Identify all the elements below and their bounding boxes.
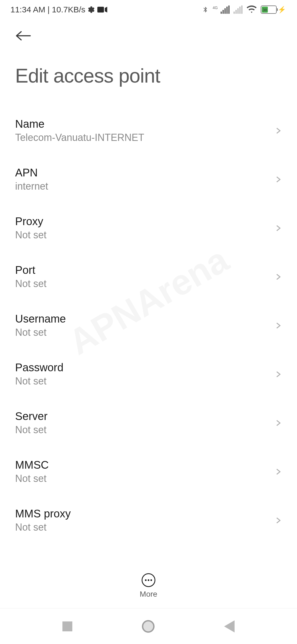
setting-label: Name bbox=[15, 118, 144, 130]
status-data-rate: 10.7KB/s bbox=[52, 5, 86, 14]
gear-icon bbox=[87, 6, 95, 13]
chevron-right-icon bbox=[274, 176, 282, 183]
status-left: 11:34 AM | 10.7KB/s bbox=[10, 5, 107, 14]
chevron-right-icon bbox=[274, 468, 282, 476]
setting-item-username[interactable]: Username Not set bbox=[0, 301, 297, 350]
setting-item-proxy[interactable]: Proxy Not set bbox=[0, 204, 297, 252]
nav-home-icon[interactable] bbox=[142, 620, 155, 633]
setting-value: internet bbox=[15, 181, 48, 192]
setting-value: Not set bbox=[15, 375, 64, 387]
battery-icon: 38 bbox=[261, 6, 277, 14]
setting-item-name[interactable]: Name Telecom-Vanuatu-INTERNET bbox=[0, 106, 297, 155]
battery-container: 38 ⚡ bbox=[261, 6, 286, 14]
setting-label: APN bbox=[15, 167, 48, 179]
setting-item-mms-proxy[interactable]: MMS proxy Not set bbox=[0, 496, 297, 545]
signal-4g-label: 4G bbox=[213, 6, 218, 10]
setting-value: Not set bbox=[15, 424, 48, 436]
header bbox=[0, 19, 297, 48]
setting-label: Proxy bbox=[15, 215, 46, 228]
status-time: 11:34 AM bbox=[10, 5, 45, 14]
setting-value: Telecom-Vanuatu-INTERNET bbox=[15, 132, 144, 143]
nav-bar bbox=[0, 608, 297, 644]
wifi-icon bbox=[246, 6, 257, 14]
setting-label: MMS proxy bbox=[15, 507, 71, 520]
chevron-right-icon bbox=[274, 370, 282, 378]
chevron-right-icon bbox=[274, 517, 282, 524]
more-label: More bbox=[140, 590, 157, 599]
nav-recent-icon[interactable] bbox=[62, 621, 72, 631]
setting-label: Password bbox=[15, 361, 64, 374]
charge-icon: ⚡ bbox=[278, 6, 286, 13]
chevron-right-icon bbox=[274, 224, 282, 232]
bluetooth-icon bbox=[202, 5, 209, 14]
chevron-right-icon bbox=[274, 419, 282, 427]
setting-value: Not set bbox=[15, 327, 66, 338]
setting-value: Not set bbox=[15, 522, 71, 533]
setting-item-mmsc[interactable]: MMSC Not set bbox=[0, 447, 297, 496]
setting-label: Server bbox=[15, 410, 48, 422]
chevron-right-icon bbox=[274, 322, 282, 329]
battery-percent: 38 bbox=[262, 7, 268, 13]
setting-label: MMSC bbox=[15, 459, 49, 471]
setting-item-server[interactable]: Server Not set bbox=[0, 399, 297, 447]
status-bar: 11:34 AM | 10.7KB/s 4G bbox=[0, 0, 297, 19]
status-right: 4G 38 ⚡ bbox=[202, 5, 286, 14]
status-separator: | bbox=[48, 5, 50, 14]
chevron-right-icon bbox=[274, 273, 282, 281]
setting-value: Not set bbox=[15, 278, 46, 290]
page-title: Edit access point bbox=[0, 48, 297, 98]
setting-item-apn[interactable]: APN internet bbox=[0, 155, 297, 204]
chevron-right-icon bbox=[274, 127, 282, 135]
back-arrow-icon[interactable] bbox=[15, 30, 32, 41]
setting-item-port[interactable]: Port Not set bbox=[0, 252, 297, 301]
camera-icon bbox=[97, 6, 107, 13]
signal-bars-sim1 bbox=[221, 6, 230, 14]
svg-rect-0 bbox=[97, 7, 104, 13]
setting-value: Not set bbox=[15, 473, 49, 484]
settings-list: Name Telecom-Vanuatu-INTERNET APN intern… bbox=[0, 98, 297, 553]
setting-value: Not set bbox=[15, 229, 46, 241]
signal-bars-sim2 bbox=[233, 6, 243, 14]
setting-label: Username bbox=[15, 313, 66, 325]
setting-label: Port bbox=[15, 264, 46, 276]
nav-back-icon[interactable] bbox=[224, 620, 235, 632]
setting-item-password[interactable]: Password Not set bbox=[0, 350, 297, 399]
